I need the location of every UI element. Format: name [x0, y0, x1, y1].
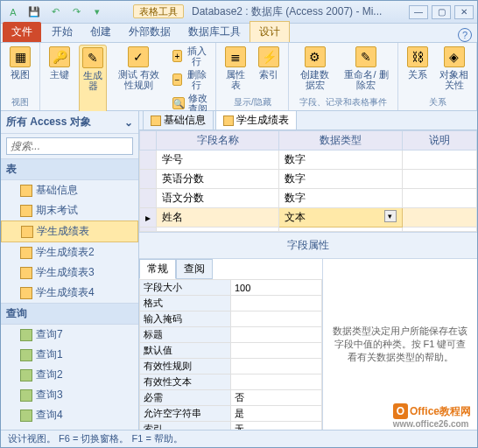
property-sheet-button[interactable]: ≣属性表	[221, 45, 250, 92]
tab-file[interactable]: 文件	[3, 22, 41, 42]
data-type-cell[interactable]	[279, 228, 402, 232]
nav-group-queries[interactable]: 查询	[1, 303, 138, 325]
indexes-button[interactable]: ⚡索引	[255, 45, 283, 92]
prop-value[interactable]	[231, 343, 322, 359]
nav-header[interactable]: 所有 Access 对象⌄	[1, 111, 138, 134]
view-button[interactable]: ▦视图	[6, 45, 34, 81]
group-label-relations: 关系	[404, 95, 471, 108]
data-type-cell[interactable]: 数字	[279, 150, 402, 170]
delete-row-icon: −	[172, 74, 183, 86]
desc-cell[interactable]	[402, 150, 476, 170]
prop-value[interactable]	[231, 327, 322, 343]
col-description[interactable]: 说明	[402, 131, 476, 150]
properties-left: 常规 查阅 字段大小100格式输入掩码标题默认值有效性规则有效性文本必需否允许空…	[139, 259, 323, 430]
data-type-cell[interactable]: 数字	[279, 170, 402, 189]
data-type-cell[interactable]: 文本▾	[279, 208, 402, 228]
save-icon[interactable]: 💾	[25, 4, 43, 21]
insert-row-button[interactable]: +插入行	[171, 45, 211, 67]
relationships-button[interactable]: ⛓关系	[404, 45, 432, 92]
group-label-view: 视图	[6, 95, 34, 108]
rename-macro-button[interactable]: ✎重命名/ 删除宏	[341, 45, 392, 92]
nav-query-item[interactable]: 查询7	[1, 325, 138, 345]
tab-home[interactable]: 开始	[43, 22, 81, 42]
field-name-cell[interactable]: 英语分数	[157, 170, 279, 189]
access-app-icon[interactable]: A	[4, 4, 22, 21]
prop-name[interactable]: 有效性规则	[140, 359, 231, 374]
builder-button[interactable]: ✎生成器	[79, 45, 107, 116]
row-selector[interactable]	[140, 228, 157, 232]
nav-query-item[interactable]: 查询1	[1, 345, 138, 365]
prop-value[interactable]	[231, 359, 322, 374]
col-field-name[interactable]: 字段名称	[157, 131, 279, 150]
field-name-cell[interactable]: 语文分数	[157, 189, 279, 208]
data-type-cell[interactable]: 数字	[279, 189, 402, 208]
object-tab[interactable]: 学生成绩表	[215, 111, 297, 130]
prop-name[interactable]: 标题	[140, 327, 231, 343]
object-dependencies-button[interactable]: ◈对象相关性	[437, 45, 471, 92]
desc-cell[interactable]	[402, 228, 476, 232]
maximize-button[interactable]: ▢	[432, 5, 451, 19]
row-selector[interactable]	[140, 189, 157, 208]
tab-design[interactable]: 设计	[250, 21, 290, 42]
field-name-cell[interactable]	[157, 228, 279, 232]
ribbon: ▦视图 视图 🔑主键 ✎生成器 ✓测试 有效性规则 +插入行 −删除行 🔍修改查…	[1, 43, 477, 111]
field-name-cell[interactable]: 学号	[157, 150, 279, 170]
redo-icon[interactable]: ↷	[67, 4, 85, 21]
nav-table-item[interactable]: 基础信息	[1, 180, 138, 200]
nav-table-item[interactable]: 学生成绩表	[1, 220, 138, 242]
nav-table-item[interactable]: 学生成绩表3	[1, 262, 138, 283]
test-validation-button[interactable]: ✓测试 有效性规则	[112, 45, 165, 116]
nav-query-item[interactable]: 查询2	[1, 365, 138, 385]
desc-cell[interactable]	[402, 208, 476, 228]
primary-key-button[interactable]: 🔑主键	[46, 45, 74, 116]
prop-value[interactable]	[231, 374, 322, 390]
desc-cell[interactable]	[402, 189, 476, 208]
prop-value[interactable]: 是	[231, 406, 322, 422]
tab-general[interactable]: 常规	[139, 259, 176, 279]
nav-query-item[interactable]: 查询4	[1, 405, 138, 425]
prop-name[interactable]: 允许空字符串	[140, 406, 231, 422]
nav-table-item[interactable]: 学生成绩表4	[1, 283, 138, 303]
object-tab[interactable]: 基础信息	[143, 111, 214, 130]
minimize-button[interactable]: —	[409, 5, 428, 19]
prop-name[interactable]: 字段大小	[140, 280, 231, 296]
row-selector[interactable]: ▸	[140, 208, 157, 228]
dropdown-icon[interactable]: ▾	[384, 210, 397, 222]
relationships-icon: ⛓	[407, 46, 428, 67]
close-button[interactable]: ✕	[454, 5, 474, 19]
prop-name[interactable]: 有效性文本	[140, 374, 231, 390]
prop-name[interactable]: 默认值	[140, 343, 231, 359]
desc-cell[interactable]	[402, 170, 476, 189]
group-label-events: 字段、记录和表格事件	[294, 95, 392, 108]
create-macro-button[interactable]: ⚙创建数据宏	[294, 45, 334, 92]
search-input[interactable]	[6, 137, 133, 155]
prop-value[interactable]: 100	[231, 280, 322, 296]
navigation-pane: 所有 Access 对象⌄ 表 基础信息 期末考试 学生成绩表 学生成绩表2 学…	[1, 111, 139, 430]
tab-external[interactable]: 外部数据	[120, 22, 179, 42]
prop-name[interactable]: 必需	[140, 390, 231, 406]
nav-table-item[interactable]: 学生成绩表2	[1, 242, 138, 262]
tab-lookup[interactable]: 查阅	[176, 259, 213, 279]
row-selector[interactable]	[140, 170, 157, 189]
row-selector[interactable]	[140, 150, 157, 170]
qat-dropdown-icon[interactable]: ▾	[88, 4, 106, 21]
prop-name[interactable]: 输入掩码	[140, 312, 231, 327]
tab-dbtools[interactable]: 数据库工具	[179, 22, 250, 42]
col-data-type[interactable]: 数据类型	[279, 131, 402, 150]
prop-name[interactable]: 索引	[140, 422, 231, 430]
nav-query-item[interactable]: 查询3	[1, 385, 138, 405]
prop-value[interactable]	[231, 296, 322, 312]
delete-row-button[interactable]: −删除行	[171, 68, 211, 91]
nav-query-item[interactable]: 查询5	[1, 425, 138, 430]
tab-create[interactable]: 创建	[81, 22, 120, 42]
prop-value[interactable]	[231, 312, 322, 327]
undo-icon[interactable]: ↶	[46, 4, 64, 21]
prop-value[interactable]: 无	[231, 422, 322, 430]
field-name-cell[interactable]: 姓名	[157, 208, 279, 228]
chevron-down-icon[interactable]: ⌄	[124, 116, 133, 129]
prop-name[interactable]: 格式	[140, 296, 231, 312]
prop-value[interactable]: 否	[231, 390, 322, 406]
help-icon[interactable]: ?	[458, 28, 472, 42]
nav-table-item[interactable]: 期末考试	[1, 200, 138, 220]
nav-group-tables[interactable]: 表	[1, 158, 138, 180]
